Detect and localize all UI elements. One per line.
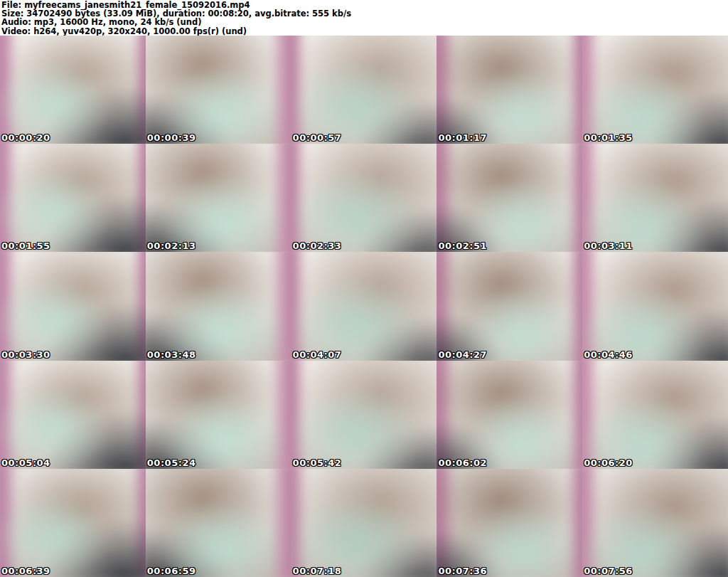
thumbnail-timecode: 00:07:18 (293, 566, 342, 577)
thumbnail-grid: 00:00:20 00:00:39 00:00:57 00:01:17 00:0… (0, 36, 728, 577)
video-thumbnail[interactable]: 00:06:20 (582, 361, 728, 469)
video-thumbnail[interactable]: 00:07:36 (437, 469, 582, 577)
thumbnail-timecode: 00:06:39 (1, 566, 50, 577)
video-thumbnail[interactable]: 00:07:18 (291, 469, 437, 577)
contact-sheet: File: myfreecams_janesmith21_female_1509… (0, 0, 728, 577)
thumbnail-timecode: 00:04:27 (438, 349, 487, 361)
video-thumbnail[interactable]: 00:01:55 (0, 144, 146, 252)
thumbnail-timecode: 00:05:04 (1, 457, 50, 469)
thumbnail-timecode: 00:04:07 (293, 349, 342, 361)
thumbnail-image-placeholder (437, 144, 582, 252)
thumbnail-image-placeholder (291, 144, 437, 252)
thumbnail-timecode: 00:01:55 (1, 240, 50, 252)
video-thumbnail[interactable]: 00:07:56 (582, 469, 728, 577)
thumbnail-timecode: 00:00:20 (1, 132, 50, 144)
thumbnail-image-placeholder (146, 144, 291, 252)
thumbnail-image-placeholder (146, 361, 291, 469)
thumbnail-timecode: 00:02:33 (293, 240, 342, 252)
video-thumbnail[interactable]: 00:03:11 (582, 144, 728, 252)
thumbnail-image-placeholder (291, 469, 437, 577)
video-thumbnail[interactable]: 00:02:51 (437, 144, 582, 252)
thumbnail-image-placeholder (0, 361, 146, 469)
thumbnail-image-placeholder (291, 361, 437, 469)
thumbnail-image-placeholder (0, 36, 146, 144)
video-thumbnail[interactable]: 00:04:07 (291, 252, 437, 360)
thumbnail-image-placeholder (146, 36, 291, 144)
thumbnail-image-placeholder (582, 361, 728, 469)
video-thumbnail[interactable]: 00:03:48 (146, 252, 291, 360)
thumbnail-image-placeholder (582, 469, 728, 577)
thumbnail-timecode: 00:06:20 (584, 457, 633, 469)
video-thumbnail[interactable]: 00:04:46 (582, 252, 728, 360)
video-info-line: Video: h264, yuv420p, 320x240, 1000.00 f… (1, 27, 728, 36)
video-thumbnail[interactable]: 00:05:42 (291, 361, 437, 469)
thumbnail-image-placeholder (0, 144, 146, 252)
thumbnail-timecode: 00:00:39 (147, 132, 196, 144)
thumbnail-image-placeholder (437, 361, 582, 469)
thumbnail-image-placeholder (291, 36, 437, 144)
video-thumbnail[interactable]: 00:04:27 (437, 252, 582, 360)
thumbnail-timecode: 00:05:24 (147, 457, 196, 469)
thumbnail-timecode: 00:05:42 (293, 457, 342, 469)
video-thumbnail[interactable]: 00:01:17 (437, 36, 582, 144)
video-thumbnail[interactable]: 00:03:30 (0, 252, 146, 360)
video-thumbnail[interactable]: 00:02:13 (146, 144, 291, 252)
thumbnail-image-placeholder (582, 36, 728, 144)
thumbnail-image-placeholder (437, 252, 582, 360)
video-thumbnail[interactable]: 00:06:59 (146, 469, 291, 577)
video-thumbnail[interactable]: 00:05:04 (0, 361, 146, 469)
thumbnail-image-placeholder (437, 36, 582, 144)
video-thumbnail[interactable]: 00:05:24 (146, 361, 291, 469)
thumbnail-timecode: 00:02:51 (438, 240, 487, 252)
file-metadata-header: File: myfreecams_janesmith21_female_1509… (0, 0, 728, 36)
thumbnail-timecode: 00:06:02 (438, 457, 487, 469)
thumbnail-timecode: 00:02:13 (147, 240, 196, 252)
thumbnail-timecode: 00:01:35 (584, 132, 633, 144)
thumbnail-image-placeholder (437, 469, 582, 577)
thumbnail-image-placeholder (582, 252, 728, 360)
video-thumbnail[interactable]: 00:02:33 (291, 144, 437, 252)
thumbnail-timecode: 00:07:56 (584, 566, 633, 577)
video-thumbnail[interactable]: 00:00:20 (0, 36, 146, 144)
thumbnail-image-placeholder (0, 252, 146, 360)
video-thumbnail[interactable]: 00:00:57 (291, 36, 437, 144)
thumbnail-timecode: 00:01:17 (438, 132, 487, 144)
video-thumbnail[interactable]: 00:00:39 (146, 36, 291, 144)
thumbnail-timecode: 00:07:36 (438, 566, 487, 577)
video-thumbnail[interactable]: 00:06:39 (0, 469, 146, 577)
audio-info-line: Audio: mp3, 16000 Hz, mono, 24 kb/s (und… (1, 18, 728, 26)
video-thumbnail[interactable]: 00:01:35 (582, 36, 728, 144)
thumbnail-timecode: 00:06:59 (147, 566, 196, 577)
thumbnail-image-placeholder (291, 252, 437, 360)
thumbnail-image-placeholder (146, 252, 291, 360)
thumbnail-image-placeholder (582, 144, 728, 252)
thumbnail-timecode: 00:00:57 (293, 132, 342, 144)
thumbnail-timecode: 00:03:48 (147, 349, 196, 361)
thumbnail-timecode: 00:03:30 (1, 349, 50, 361)
thumbnail-timecode: 00:04:46 (584, 349, 633, 361)
thumbnail-image-placeholder (146, 469, 291, 577)
thumbnail-timecode: 00:03:11 (584, 240, 633, 252)
video-thumbnail[interactable]: 00:06:02 (437, 361, 582, 469)
thumbnail-image-placeholder (0, 469, 146, 577)
